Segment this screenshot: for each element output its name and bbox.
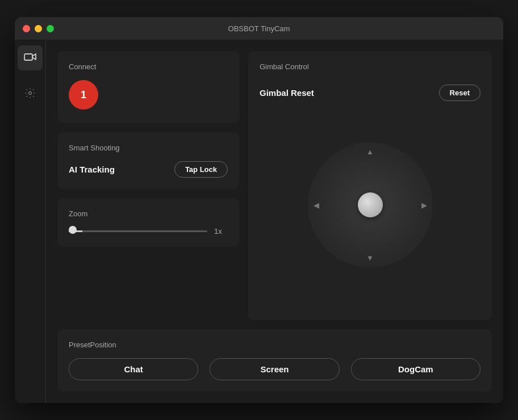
svg-rect-0 [24, 54, 32, 60]
minimize-button[interactable] [35, 25, 42, 32]
connect-indicator-value: 1 [81, 89, 86, 101]
preset-screen-button[interactable]: Screen [210, 358, 339, 380]
gimbal-reset-row: Gimbal Reset Reset [260, 85, 481, 101]
joystick-container: ▲ ▼ ◀ ▶ [308, 142, 433, 267]
window-title: OBSBOT TinyCam [228, 24, 290, 33]
connect-indicator: 1 [69, 80, 98, 110]
connect-section-title: Connect [69, 62, 228, 71]
gimbal-reset-label: Gimbal Reset [260, 88, 314, 98]
titlebar: OBSBOT TinyCam [15, 17, 503, 40]
sidebar-item-settings[interactable] [18, 82, 43, 107]
gimbal-header-row: Gimbal Control [260, 62, 481, 71]
connect-panel: Connect 1 [57, 51, 239, 123]
arrow-right-icon: ▶ [421, 201, 427, 209]
smart-shooting-title: Smart Shooting [69, 144, 228, 152]
top-row: Connect 1 Smart Shooting AI Tracking Tap… [57, 51, 492, 320]
left-panels: Connect 1 Smart Shooting AI Tracking Tap… [57, 51, 239, 320]
zoom-section-title: Zoom [69, 209, 228, 218]
tap-lock-button[interactable]: Tap Lock [174, 161, 228, 178]
close-button[interactable] [23, 25, 30, 32]
smart-shooting-row: AI Tracking Tap Lock [69, 161, 228, 178]
zoom-slider[interactable] [69, 230, 207, 232]
arrow-up-icon: ▲ [366, 148, 374, 156]
preset-dogcam-button[interactable]: DogCam [351, 358, 481, 380]
arrow-left-icon: ◀ [314, 201, 319, 209]
preset-panel: PresetPosition Chat Screen DogCam [57, 329, 492, 392]
camera-icon [24, 52, 36, 65]
zoom-slider-row: 1x [69, 227, 228, 236]
ai-tracking-label: AI Tracking [69, 165, 115, 174]
gimbal-section-title: Gimbal Control [260, 62, 309, 71]
sidebar [15, 40, 46, 403]
svg-point-1 [29, 91, 32, 94]
joystick-knob[interactable] [358, 192, 383, 217]
preset-buttons: Chat Screen DogCam [69, 358, 481, 380]
joystick-area: ▲ ▼ ◀ ▶ [260, 101, 481, 309]
maximize-button[interactable] [47, 25, 54, 32]
zoom-panel: Zoom 1x [57, 198, 239, 247]
app-window: OBSBOT TinyCam [15, 17, 503, 403]
gimbal-reset-button[interactable]: Reset [439, 85, 481, 101]
main-content: Connect 1 Smart Shooting AI Tracking Tap… [46, 40, 503, 403]
gimbal-panel: Gimbal Control Gimbal Reset Reset ▲ ▼ ◀ … [248, 51, 492, 320]
main-layout: Connect 1 Smart Shooting AI Tracking Tap… [15, 40, 503, 403]
gear-icon [24, 87, 36, 102]
sidebar-item-camera[interactable] [18, 45, 43, 70]
smart-shooting-panel: Smart Shooting AI Tracking Tap Lock [57, 132, 239, 189]
arrow-down-icon: ▼ [366, 254, 374, 262]
zoom-value-label: 1x [214, 227, 228, 236]
preset-chat-button[interactable]: Chat [69, 358, 198, 380]
preset-section-title: PresetPosition [69, 341, 481, 349]
traffic-lights [23, 25, 54, 32]
